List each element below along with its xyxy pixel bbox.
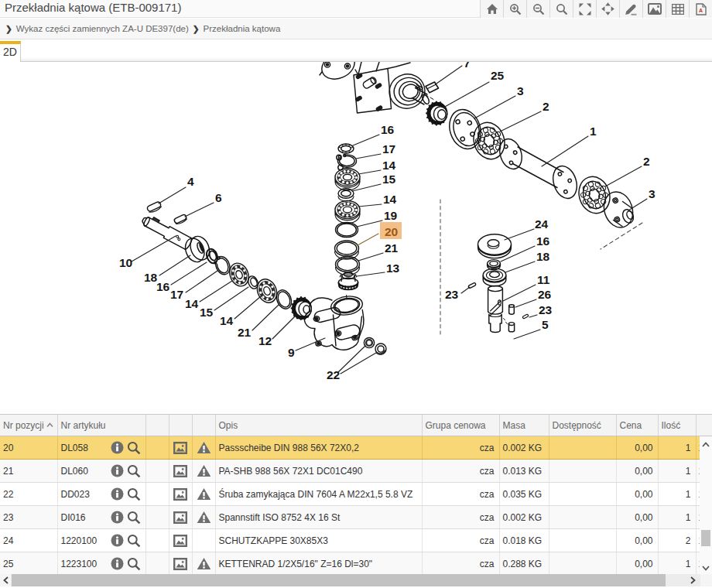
svg-text:15: 15: [200, 306, 214, 319]
svg-text:5: 5: [542, 318, 549, 331]
svg-text:23: 23: [445, 288, 459, 301]
svg-text:9: 9: [288, 346, 295, 359]
svg-text:17: 17: [170, 288, 183, 301]
svg-text:26: 26: [538, 288, 552, 301]
svg-text:21: 21: [238, 326, 252, 339]
svg-text:14: 14: [185, 297, 199, 310]
svg-text:13: 13: [386, 262, 400, 275]
svg-text:14: 14: [383, 193, 397, 206]
svg-text:23: 23: [539, 303, 553, 316]
svg-text:2: 2: [543, 100, 549, 113]
svg-text:25: 25: [491, 69, 505, 82]
svg-text:22: 22: [327, 368, 340, 381]
svg-text:14: 14: [382, 159, 396, 172]
svg-text:18: 18: [144, 271, 158, 284]
svg-text:10: 10: [119, 256, 132, 269]
svg-text:24: 24: [535, 217, 549, 231]
svg-text:17: 17: [382, 142, 395, 156]
svg-text:18: 18: [536, 250, 550, 263]
svg-text:A: A: [699, 8, 703, 13]
svg-text:7: 7: [464, 62, 471, 70]
svg-text:16: 16: [536, 234, 550, 248]
svg-text:3: 3: [517, 84, 524, 97]
svg-text:16: 16: [156, 280, 170, 293]
svg-text:15: 15: [382, 173, 396, 186]
svg-text:14: 14: [220, 314, 234, 327]
svg-text:3: 3: [649, 187, 656, 200]
svg-text:16: 16: [381, 123, 395, 136]
svg-text:21: 21: [385, 241, 399, 255]
svg-text:2: 2: [643, 155, 650, 168]
svg-text:12: 12: [258, 334, 272, 347]
svg-text:20: 20: [385, 225, 398, 238]
svg-text:19: 19: [384, 209, 398, 222]
svg-text:4: 4: [187, 175, 194, 188]
svg-text:6: 6: [215, 191, 222, 204]
svg-text:11: 11: [537, 273, 550, 286]
svg-text:1: 1: [590, 125, 597, 138]
